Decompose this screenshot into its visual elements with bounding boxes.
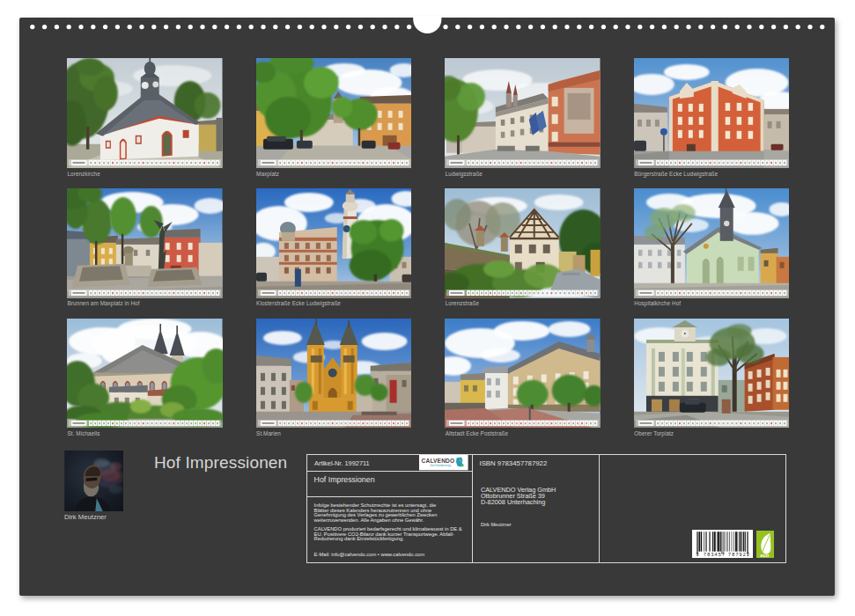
svg-text:9: 9: [697, 552, 699, 557]
svg-text:eco: eco: [760, 552, 770, 557]
svg-text:783457: 783457: [704, 552, 725, 557]
svg-text:787922: 787922: [728, 552, 749, 557]
svg-text:Dein Kalenderverlag: Dein Kalenderverlag: [430, 465, 451, 468]
svg-text:CALVENDO: CALVENDO: [422, 458, 454, 465]
